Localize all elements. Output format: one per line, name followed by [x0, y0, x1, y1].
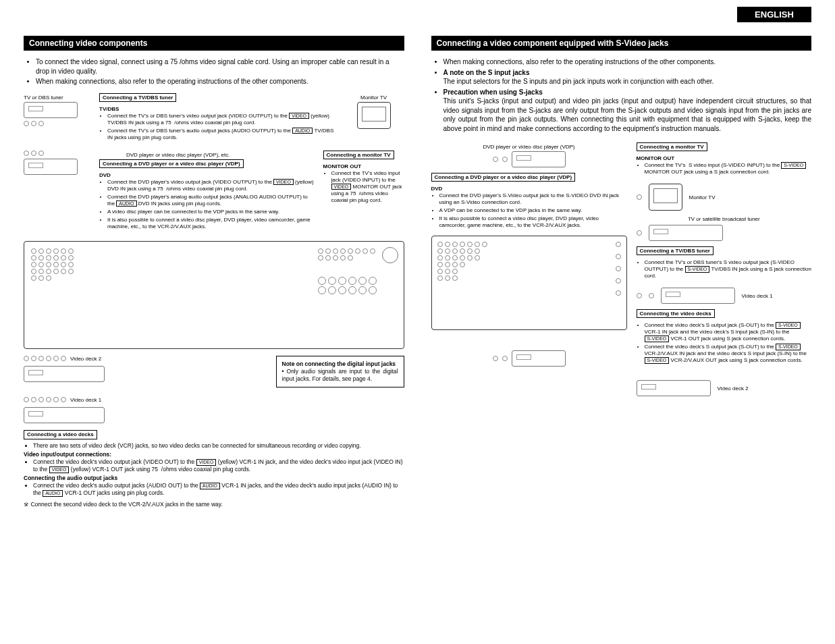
receiver-back-panel	[24, 241, 404, 349]
chip-audio: AUDIO	[292, 128, 313, 134]
r-device-dvd	[512, 151, 566, 167]
r-label-dvd: DVD player or video disc player (VDP)	[431, 144, 627, 150]
left-column: Connecting video components To connect t…	[24, 36, 404, 508]
device-video-deck-2	[24, 366, 105, 382]
label-dvd-caption: DVD player or video disc player (VDP), e…	[126, 152, 315, 158]
label-video-deck-1: Video deck 1	[70, 397, 101, 403]
r-box-dvd-item-1: Connect the DVD player's S-Video output …	[439, 192, 627, 206]
left-intro-1: To connect the video signal, connect usi…	[36, 57, 404, 76]
box-monitor-subhead: MONITOR OUT	[323, 163, 404, 170]
box-tvdbs-title: Connecting a TV/DBS tuner	[99, 93, 176, 102]
r-box-decks-title: Connecting the video decks	[637, 309, 715, 318]
left-diagram: TV or DBS tuner Connecting a TV/DBS tune…	[24, 93, 404, 509]
r-device-deck2	[512, 350, 566, 367]
box-tvdbs-item-1: Connect the TV's or DBS tuner's video ou…	[107, 113, 335, 126]
box-decks-sub2: Connecting the audio output jacks	[24, 475, 404, 482]
r-box-dvd-title: Connecting a DVD player or a video disc …	[431, 173, 576, 182]
box-tvdbs-item-2: Connect the TV's or DBS tuner's audio ou…	[107, 128, 335, 141]
right-note-s-body: The input selectors for the S inputs and…	[443, 78, 714, 85]
device-video-deck-1	[24, 407, 105, 423]
label-video-deck-2: Video deck 2	[70, 356, 101, 362]
box-dvd-item-4: It is also possible to connect a video d…	[107, 217, 315, 230]
r-box-decks-item-2: Connect the video deck's S output jack (…	[645, 344, 812, 364]
r-label-deck2: Video deck 2	[718, 385, 749, 392]
r-box-monitor-subhead: MONITOR OUT	[637, 155, 812, 162]
label-monitor-tv: Monitor TV	[344, 95, 404, 101]
box-decks-sub1: Video input/output connections:	[24, 451, 404, 458]
right-column: Connecting a video component equipped wi…	[431, 36, 812, 508]
right-intro-1: When making connections, also refer to t…	[443, 57, 812, 67]
device-tuner	[24, 102, 78, 118]
right-intro: When making connections, also refer to t…	[443, 57, 812, 133]
r-label-monitor-tv: Monitor TV	[689, 194, 716, 200]
chip-video: VIDEO	[289, 113, 309, 119]
r-label-sat-tuner: TV or satellite broadcast tuner	[637, 216, 812, 222]
box-decks-title: Connecting a video decks	[24, 430, 97, 439]
box-dvd-title: Connecting a DVD player or a video disc …	[99, 159, 244, 168]
r-device-deck2b	[637, 380, 711, 396]
right-note-s: A note on the S input jacks The input se…	[443, 68, 812, 86]
r-box-dvd-item-2: A VDP can be connected to the VDP jacks …	[439, 207, 627, 214]
box-tvdbs-subhead: TV/DBS	[99, 106, 335, 113]
device-dvd	[24, 159, 78, 175]
right-heading: Connecting a video component equipped wi…	[431, 36, 812, 51]
left-heading: Connecting video components	[24, 36, 404, 51]
box-decks-section: Connecting a video decks There are two s…	[24, 430, 404, 509]
box-monitor-title: Connecting a monitor TV	[323, 151, 394, 159]
box-decks-item1: Connect the video deck's video output ja…	[33, 458, 404, 473]
r-box-tvdbs-title: Connecting a TV/DBS tuner	[637, 246, 713, 255]
right-diagram: DVD player or video disc player (VDP) Co…	[431, 142, 812, 396]
right-precaution-body: This unit's S-jacks (input and output) a…	[443, 97, 812, 133]
language-tag: ENGLISH	[737, 7, 811, 22]
box-decks-item2: Connect the video deck's audio output ja…	[33, 482, 404, 497]
r-box-tvdbs-item-1: Connect the TV's or DBS tuner's S video …	[645, 259, 812, 279]
r-box-dvd-subhead: DVD	[431, 186, 627, 192]
right-precaution-head: Precaution when using S-jacks	[443, 88, 543, 96]
r-box-monitor-item-1: Connect the TV's S video input (S-VIDEO …	[645, 162, 812, 176]
r-receiver-panel	[431, 236, 627, 330]
left-intro-2: When making connections, also refer to t…	[36, 77, 404, 86]
box-decks-line1: There are two sets of video deck (VCR) j…	[33, 442, 404, 450]
r-box-monitor-title: Connecting a monitor TV	[637, 142, 707, 151]
r-device-sat-tuner	[649, 225, 723, 241]
device-monitor-tv	[357, 102, 391, 129]
note-digital-title: Note on connecting the digital input jac…	[282, 360, 396, 367]
r-box-dvd-item-3: It is also possible to connect a video d…	[439, 215, 627, 229]
note-digital-input: Note on connecting the digital input jac…	[276, 356, 404, 387]
r-label-deck1: Video deck 1	[742, 293, 773, 299]
box-monitor-item-1: Connect the TV's video input jack (VIDEO…	[331, 170, 404, 204]
label-tv-dbs-tuner: TV or DBS tuner	[24, 95, 91, 101]
box-dvd-subhead: DVD	[99, 172, 315, 179]
r-device-deck1	[661, 288, 735, 304]
right-precaution: Precaution when using S-jacks This unit'…	[443, 88, 812, 134]
left-intro: To connect the video signal, connect usi…	[36, 57, 404, 86]
r-device-monitor-tv	[649, 184, 682, 211]
r-box-decks-item-1: Connect the video deck's S output jack (…	[645, 322, 812, 342]
box-dvd-item-2: Connect the DVD player's analog audio ou…	[107, 194, 315, 207]
box-decks-star: Connect the second video deck to the VCR…	[24, 501, 404, 508]
note-digital-body: Only audio signals are input to the digi…	[282, 368, 398, 382]
right-note-s-head: A note on the S input jacks	[443, 69, 530, 76]
box-dvd-item-1: Connect the DVD player's video output ja…	[107, 179, 315, 192]
box-dvd-item-3: A video disc player can be connected to …	[107, 209, 315, 215]
